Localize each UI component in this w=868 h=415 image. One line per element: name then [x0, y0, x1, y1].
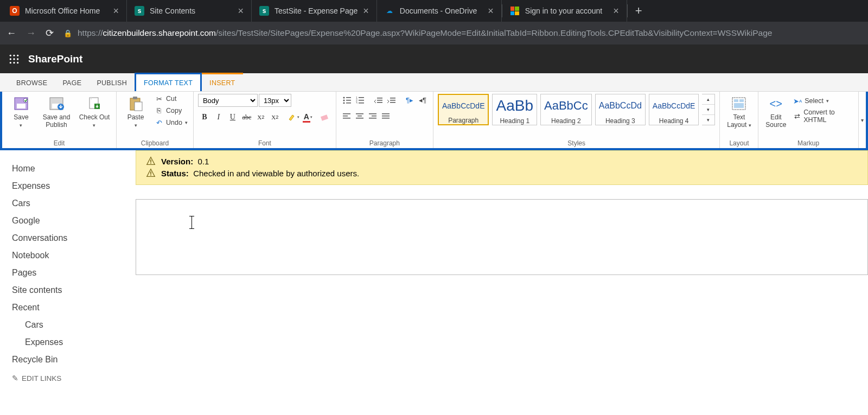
forward-button[interactable]: →: [26, 28, 36, 39]
styles-more[interactable]: ▴▾▾: [702, 94, 715, 125]
nav-cars[interactable]: Cars: [12, 195, 130, 212]
subscript-button[interactable]: X2: [254, 111, 267, 123]
svg-point-1: [13, 54, 15, 56]
svg-rect-22: [346, 97, 351, 98]
nav-recent[interactable]: Recent: [12, 299, 130, 316]
text-layout-icon: [730, 95, 748, 112]
style-paragraph[interactable]: AaBbCcDdEParagraph: [438, 94, 489, 125]
close-icon[interactable]: ×: [488, 5, 494, 17]
clear-format-button[interactable]: [318, 111, 331, 123]
nav-google[interactable]: Google: [12, 212, 130, 229]
svg-rect-55: [150, 159, 151, 162]
svg-rect-30: [359, 100, 364, 101]
nav-expenses[interactable]: Expenses: [12, 177, 130, 195]
paste-button[interactable]: Paste▾: [121, 94, 150, 129]
browser-tab[interactable]: s Site Contents ×: [127, 0, 252, 22]
nav-home[interactable]: Home: [12, 160, 130, 177]
style-heading-2[interactable]: AaBbCcHeading 2: [540, 94, 592, 125]
back-button[interactable]: ←: [7, 28, 16, 39]
url-display[interactable]: 🔒 https://citizenbuilders.sharepoint.com…: [63, 28, 861, 38]
browser-tab[interactable]: ☁ Documents - OneDrive ×: [377, 0, 502, 22]
svg-rect-24: [346, 100, 351, 101]
svg-rect-10: [17, 104, 25, 108]
style-heading-3[interactable]: AaBbCcDdHeading 3: [595, 94, 646, 125]
select-button[interactable]: ➤ASelect ▾: [792, 96, 854, 106]
nav-conversations[interactable]: Conversations: [12, 229, 130, 247]
convert-xhtml-button[interactable]: ⇄Convert to XHTML: [792, 108, 854, 124]
copy-button[interactable]: ⎘Copy: [154, 106, 189, 116]
group-clipboard: Paste▾ ✂Cut ⎘Copy ↶Undo ▾ Clipboard: [117, 92, 194, 148]
svg-rect-36: [390, 98, 395, 99]
browser-tab[interactable]: Sign in to your account ×: [502, 0, 627, 22]
svg-rect-26: [346, 103, 351, 104]
group-styles: AaBbCcDdEParagraph AaBbHeading 1 AaBbCcH…: [433, 92, 720, 148]
app-launcher-icon[interactable]: [0, 45, 28, 73]
tab-publish[interactable]: PUBLISH: [89, 74, 135, 91]
number-list-button[interactable]: 123: [354, 94, 366, 106]
font-color-button[interactable]: A▾: [301, 111, 314, 123]
font-name-select[interactable]: Body: [198, 94, 258, 107]
nav-pages[interactable]: Pages: [12, 264, 130, 282]
svg-point-25: [343, 103, 344, 104]
page-content-editor[interactable]: [136, 199, 868, 275]
svg-rect-35: [377, 102, 382, 103]
nav-site-contents[interactable]: Site contents: [12, 282, 130, 299]
edit-source-button[interactable]: <> Edit Source: [763, 94, 789, 129]
tab-page[interactable]: PAGE: [55, 74, 89, 91]
edit-links-button[interactable]: ✎ EDIT LINKS: [12, 374, 130, 382]
svg-rect-50: [382, 118, 390, 119]
undo-button[interactable]: ↶Undo ▾: [154, 118, 189, 127]
bullet-list-button[interactable]: [341, 94, 353, 106]
ribbon-collapse-button[interactable]: ▾: [858, 92, 866, 148]
align-left-button[interactable]: [341, 110, 353, 122]
indent-button[interactable]: [385, 94, 397, 106]
svg-rect-32: [359, 103, 364, 104]
browser-tab[interactable]: O Microsoft Office Home ×: [2, 0, 127, 22]
check-out-button[interactable]: Check Out▾: [77, 94, 112, 129]
new-tab-button[interactable]: +: [628, 0, 650, 22]
ltr-button[interactable]: ¶▸: [404, 94, 416, 106]
svg-rect-54: [734, 103, 744, 108]
strikethrough-button[interactable]: abc: [240, 111, 253, 123]
close-icon[interactable]: ×: [363, 5, 369, 17]
style-heading-4[interactable]: AaBbCcDdEHeading 4: [649, 94, 699, 125]
align-center-button[interactable]: [354, 110, 366, 122]
nav-notebook[interactable]: Notebook: [12, 247, 130, 264]
bold-button[interactable]: B: [198, 111, 211, 123]
tab-title: TestSite - Expense Page: [275, 7, 358, 15]
save-button[interactable]: Save▾: [7, 94, 36, 129]
save-and-publish-button[interactable]: Save and Publish: [39, 94, 74, 129]
svg-rect-44: [356, 118, 363, 119]
cut-button[interactable]: ✂Cut: [154, 94, 189, 104]
outdent-button[interactable]: [372, 94, 384, 106]
align-right-button[interactable]: [367, 110, 379, 122]
close-icon[interactable]: ×: [113, 5, 119, 17]
close-icon[interactable]: ×: [613, 5, 619, 17]
tab-format-text[interactable]: FORMAT TEXT: [135, 73, 202, 91]
suite-title[interactable]: SharePoint: [28, 53, 82, 65]
italic-button[interactable]: I: [212, 111, 225, 123]
browser-tab[interactable]: s TestSite - Expense Page ×: [252, 0, 377, 22]
close-icon[interactable]: ×: [238, 5, 244, 17]
align-justify-button[interactable]: [380, 110, 392, 122]
highlight-button[interactable]: ▾: [287, 111, 300, 123]
underline-button[interactable]: U: [226, 111, 239, 123]
rtl-button[interactable]: ◂¶: [417, 94, 429, 106]
nav-recent-expenses[interactable]: Expenses: [12, 334, 130, 351]
style-heading-1[interactable]: AaBbHeading 1: [492, 94, 537, 125]
nav-recent-cars[interactable]: Cars: [12, 316, 130, 334]
text-layout-button[interactable]: Text Layout ▾: [724, 94, 754, 129]
superscript-button[interactable]: X2: [269, 111, 282, 123]
tab-insert[interactable]: INSERT: [202, 73, 242, 91]
warning-icon: [146, 168, 156, 178]
address-bar: ← → ⟳ 🔒 https://citizenbuilders.sharepoi…: [0, 22, 868, 44]
reload-button[interactable]: ⟳: [46, 27, 54, 39]
nav-recycle-bin[interactable]: Recycle Bin: [12, 351, 130, 368]
svg-rect-42: [356, 113, 363, 114]
svg-rect-40: [343, 116, 348, 117]
pencil-icon: ✎: [12, 374, 18, 382]
group-layout: Text Layout ▾ Layout: [720, 92, 758, 148]
tab-browse[interactable]: BROWSE: [9, 74, 55, 91]
ribbon-tabs: BROWSE PAGE PUBLISH FORMAT TEXT INSERT: [0, 73, 868, 92]
font-size-select[interactable]: 13px: [259, 94, 291, 107]
